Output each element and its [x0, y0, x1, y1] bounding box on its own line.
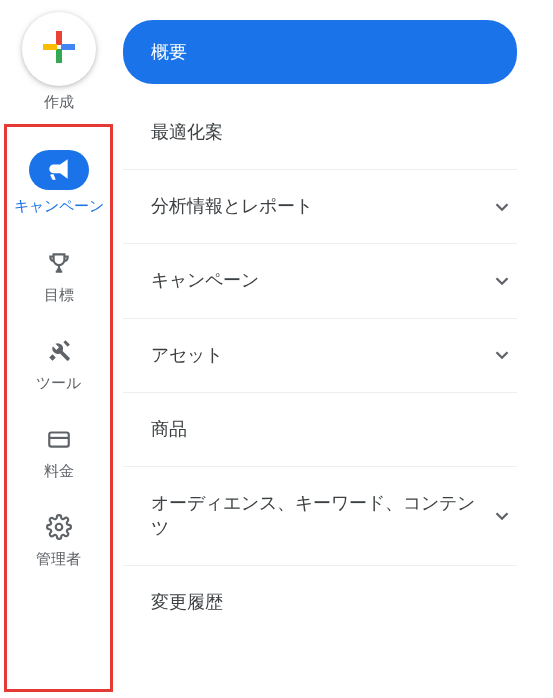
- chevron-down-icon: [491, 344, 513, 366]
- menu-item-overview[interactable]: 概要: [123, 20, 517, 84]
- menu-item-label: 概要: [151, 42, 187, 62]
- menu-item-change-history[interactable]: 変更履歴: [123, 566, 517, 639]
- menu-item-insights-reports[interactable]: 分析情報とレポート: [123, 170, 517, 244]
- menu-item-label: キャンペーン: [151, 268, 491, 293]
- menu-item-audiences[interactable]: オーディエンス、キーワード、コンテンツ: [123, 467, 517, 566]
- main-menu: 概要 最適化案 分析情報とレポート キャンペーン アセット 商品 オーディエンス…: [117, 0, 553, 698]
- chevron-down-icon: [491, 196, 513, 218]
- menu-item-label: 最適化案: [151, 120, 513, 145]
- svg-point-6: [55, 524, 62, 531]
- sidebar-item-goals[interactable]: 目標: [0, 247, 117, 305]
- svg-rect-1: [56, 49, 62, 63]
- menu-item-label: アセット: [151, 343, 491, 368]
- sidebar-item-label: 作成: [44, 92, 74, 112]
- sidebar-item-label: キャンペーン: [14, 196, 104, 216]
- menu-item-recommendations[interactable]: 最適化案: [123, 96, 517, 170]
- trophy-icon: [46, 247, 72, 279]
- sidebar-item-label: 管理者: [36, 549, 81, 569]
- sidebar-item-label: 目標: [44, 285, 74, 305]
- create-button[interactable]: [22, 12, 96, 86]
- tools-icon: [46, 335, 72, 367]
- menu-item-label: オーディエンス、キーワード、コンテンツ: [151, 491, 491, 541]
- sidebar-item-label: ツール: [36, 373, 81, 393]
- menu-item-label: 変更履歴: [151, 590, 513, 615]
- sidebar-group: キャンペーン 目標 ツール: [0, 150, 117, 569]
- sidebar-item-tools[interactable]: ツール: [0, 335, 117, 393]
- svg-rect-0: [56, 31, 62, 45]
- svg-rect-3: [61, 44, 75, 50]
- chevron-down-icon: [491, 270, 513, 292]
- menu-item-label: 商品: [151, 417, 513, 442]
- megaphone-icon: [29, 150, 89, 190]
- menu-item-assets[interactable]: アセット: [123, 319, 517, 393]
- sidebar-item-admin[interactable]: 管理者: [0, 511, 117, 569]
- sidebar-item-create[interactable]: 作成: [0, 12, 117, 112]
- svg-rect-4: [49, 433, 69, 447]
- menu-item-label: 分析情報とレポート: [151, 194, 491, 219]
- sidebar-item-billing[interactable]: 料金: [0, 423, 117, 481]
- menu-item-campaigns[interactable]: キャンペーン: [123, 244, 517, 318]
- billing-icon: [46, 423, 72, 455]
- sidebar: 作成 キャンペーン 目標: [0, 0, 117, 698]
- menu-item-products[interactable]: 商品: [123, 393, 517, 467]
- chevron-down-icon: [491, 505, 513, 527]
- sidebar-item-campaigns[interactable]: キャンペーン: [0, 150, 117, 216]
- plus-icon: [41, 29, 77, 69]
- sidebar-item-label: 料金: [44, 461, 74, 481]
- gear-icon: [46, 511, 72, 543]
- svg-rect-2: [43, 44, 57, 50]
